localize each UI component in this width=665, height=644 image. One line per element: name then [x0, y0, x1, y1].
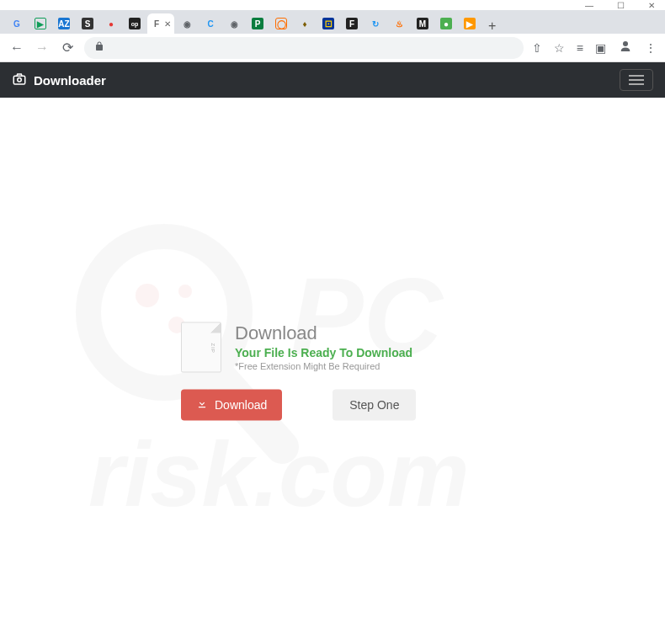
download-note: *Free Extension Might Be Required [235, 360, 484, 370]
tab-favicon: ● [440, 18, 452, 29]
lock-icon [94, 41, 104, 54]
extensions-icon[interactable]: ▣ [595, 41, 606, 55]
download-card: ZIP Download Your File Is Ready To Downl… [181, 322, 484, 420]
tab-favicon: ⚀ [322, 18, 334, 29]
tab-favicon: ↻ [370, 18, 381, 29]
svg-point-0 [623, 41, 628, 46]
svg-text:risk.com: risk.com [88, 422, 469, 525]
tab-favicon: S [82, 18, 93, 29]
tab-favicon: ♨ [393, 18, 405, 29]
address-bar: ← → ⟳ ⇧ ☆ ≡ ▣ ⋮ [0, 34, 665, 62]
tab-favicon: op [129, 18, 141, 29]
tab-bar: G▶AZS●opF✕◉C◉P◯♦⚀F↻♨M●▶+ [0, 10, 665, 34]
star-icon[interactable]: ☆ [554, 41, 565, 55]
url-box[interactable] [84, 37, 524, 59]
forward-button[interactable]: → [34, 40, 51, 56]
browser-tab[interactable]: op [124, 13, 146, 34]
step-one-button[interactable]: Step One [332, 389, 416, 420]
tab-favicon: ◉ [181, 18, 193, 29]
tab-favicon: ◉ [228, 18, 240, 29]
browser-tab[interactable]: M [412, 13, 434, 34]
browser-tab[interactable]: ♦ [294, 13, 316, 34]
app-brand: Downloader [12, 72, 106, 89]
new-tab-button[interactable]: + [481, 19, 503, 34]
download-title: Download [235, 322, 484, 343]
page-content: PC risk.com ZIP Download Your File Is Re… [0, 98, 665, 644]
tab-favicon: P [252, 18, 263, 29]
profile-icon[interactable] [618, 39, 633, 56]
tab-favicon: F [151, 18, 162, 29]
window-controls: — ☐ ✕ [0, 0, 665, 10]
browser-tab[interactable]: AZ [53, 13, 75, 34]
tab-favicon: ♦ [299, 18, 311, 29]
minimize-button[interactable]: — [585, 1, 593, 10]
app-header: Downloader [0, 62, 665, 98]
browser-tab[interactable]: F [341, 13, 363, 34]
tab-favicon: ▶ [35, 18, 46, 29]
browser-tab[interactable]: ● [435, 13, 457, 34]
browser-tab[interactable]: P [247, 13, 269, 34]
svg-rect-1 [13, 76, 25, 84]
browser-tab[interactable]: ▶ [29, 13, 51, 34]
brand-text: Downloader [34, 73, 106, 88]
tab-favicon: F [346, 18, 358, 29]
maximize-button[interactable]: ☐ [617, 1, 625, 10]
browser-tab[interactable]: ▶ [459, 13, 481, 34]
tab-favicon: ▶ [464, 18, 476, 29]
browser-tab[interactable]: F✕ [147, 13, 174, 34]
tab-favicon: AZ [58, 18, 70, 29]
svg-point-7 [178, 285, 192, 298]
hamburger-menu[interactable] [620, 69, 653, 91]
reading-list-icon[interactable]: ≡ [577, 41, 583, 55]
tab-favicon: ● [105, 18, 117, 29]
browser-tab[interactable]: ◉ [223, 13, 245, 34]
menu-icon[interactable]: ⋮ [645, 41, 657, 55]
back-button[interactable]: ← [8, 40, 25, 56]
download-button[interactable]: Download [181, 389, 282, 420]
svg-point-2 [18, 77, 22, 82]
tab-favicon: G [11, 18, 23, 29]
reload-button[interactable]: ⟳ [59, 40, 76, 56]
camera-icon [12, 72, 27, 89]
address-right-icons: ⇧ ☆ ≡ ▣ ⋮ [532, 39, 657, 56]
svg-point-5 [136, 284, 159, 307]
browser-tab[interactable]: ↻ [364, 13, 386, 34]
browser-tab[interactable]: C [200, 13, 221, 34]
download-button-label: Download [215, 398, 267, 412]
tab-favicon: ◯ [275, 18, 287, 29]
browser-tab[interactable]: ● [100, 13, 122, 34]
browser-tab[interactable]: ♨ [388, 13, 410, 34]
tab-close-icon[interactable]: ✕ [164, 19, 171, 29]
file-zip-icon: ZIP [181, 322, 221, 372]
tab-favicon: C [205, 18, 216, 29]
download-ready-text: Your File Is Ready To Download [235, 345, 484, 359]
share-icon[interactable]: ⇧ [532, 41, 542, 55]
tab-favicon: M [417, 18, 428, 29]
close-window-button[interactable]: ✕ [648, 1, 655, 10]
browser-tab[interactable]: ◯ [270, 13, 292, 34]
browser-tab[interactable]: ⚀ [317, 13, 339, 34]
browser-tab[interactable]: S [77, 13, 98, 34]
browser-tab[interactable]: ◉ [176, 13, 198, 34]
browser-tab[interactable]: G [6, 13, 28, 34]
download-icon [196, 397, 208, 412]
